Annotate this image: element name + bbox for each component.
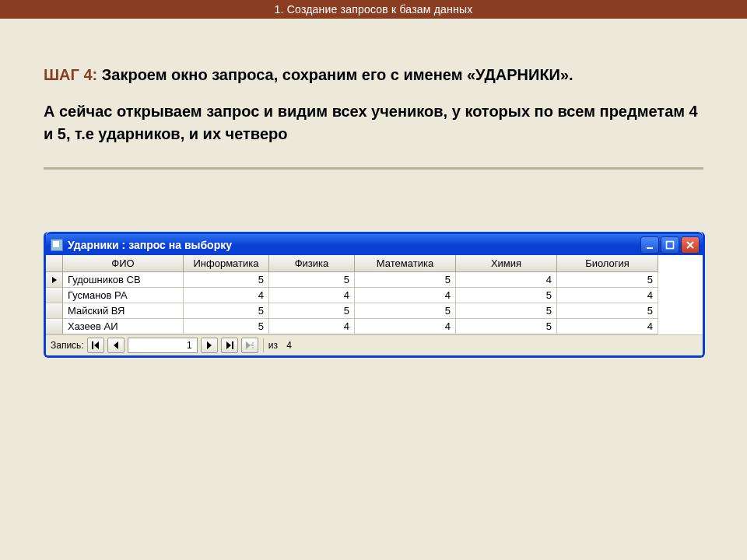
divider <box>44 167 703 170</box>
slide-content: ШАГ 4: Закроем окно запроса, сохраним ег… <box>0 19 747 358</box>
svg-marker-7 <box>226 341 231 349</box>
window-icon <box>51 239 63 251</box>
row-selector[interactable] <box>46 303 63 319</box>
nav-separator <box>263 338 264 352</box>
svg-text:*: * <box>251 342 254 349</box>
column-header[interactable]: Математика <box>355 255 456 272</box>
section-header: 1. Создание запросов к базам данных <box>0 0 747 19</box>
table-cell[interactable]: 4 <box>557 288 658 303</box>
record-total: 4 <box>286 340 292 351</box>
close-button[interactable] <box>681 236 700 254</box>
table-cell[interactable]: 5 <box>557 303 658 319</box>
window-title: Ударники : запрос на выборку <box>68 239 640 251</box>
data-grid[interactable]: ФИОИнформатикаФизикаМатематикаХимияБиоло… <box>46 255 703 334</box>
section-title: 1. Создание запросов к базам данных <box>275 3 473 16</box>
column-header[interactable]: Информатика <box>184 255 269 272</box>
row-selector[interactable] <box>46 272 63 288</box>
svg-marker-5 <box>114 341 118 349</box>
table-cell[interactable]: 5 <box>269 272 355 288</box>
step-label: ШАГ 4: <box>44 66 97 83</box>
table-cell[interactable]: Гудошников СВ <box>63 272 184 288</box>
table-cell[interactable]: 5 <box>269 303 355 319</box>
svg-marker-6 <box>207 341 212 349</box>
record-label: Запись: <box>51 340 84 351</box>
window-title-bar[interactable]: Ударники : запрос на выборку <box>46 232 703 255</box>
table-cell[interactable]: 5 <box>184 319 269 334</box>
table-cell[interactable]: 5 <box>184 272 269 288</box>
table-cell[interactable]: 5 <box>557 272 658 288</box>
column-header[interactable]: Физика <box>269 255 355 272</box>
table-cell[interactable]: 4 <box>269 288 355 303</box>
table-cell[interactable]: 5 <box>355 272 456 288</box>
svg-marker-2 <box>52 277 57 283</box>
svg-rect-0 <box>647 247 653 249</box>
table-cell[interactable]: 4 <box>557 319 658 334</box>
table-cell[interactable]: 4 <box>184 288 269 303</box>
grid-corner <box>46 255 63 272</box>
access-window: Ударники : запрос на выборку ФИОИнформат… <box>44 232 705 358</box>
column-header[interactable]: ФИО <box>63 255 184 272</box>
svg-rect-8 <box>232 341 233 349</box>
table-cell[interactable]: 5 <box>355 303 456 319</box>
nav-last-button[interactable] <box>221 338 238 353</box>
column-header[interactable]: Химия <box>456 255 557 272</box>
table-cell[interactable]: 5 <box>184 303 269 319</box>
table-cell[interactable]: 4 <box>269 319 355 334</box>
table-cell[interactable]: 4 <box>355 288 456 303</box>
table-cell[interactable]: Гусманов РА <box>63 288 184 303</box>
column-header[interactable]: Биология <box>557 255 658 272</box>
table-cell[interactable]: 4 <box>456 272 557 288</box>
step-paragraph: А сейчас открываем запрос и видим всех у… <box>44 100 703 145</box>
step-heading: ШАГ 4: Закроем окно запроса, сохраним ег… <box>44 64 703 86</box>
table-cell[interactable]: 5 <box>456 319 557 334</box>
record-navigator: Запись: * из 4 <box>46 334 703 355</box>
svg-rect-3 <box>92 341 93 349</box>
record-number-input[interactable] <box>128 338 198 353</box>
table-cell[interactable]: Майский ВЯ <box>63 303 184 319</box>
table-cell[interactable]: 5 <box>456 288 557 303</box>
svg-marker-4 <box>94 341 99 349</box>
nav-new-record-button[interactable]: * <box>241 338 258 353</box>
maximize-button[interactable] <box>661 236 679 254</box>
table-cell[interactable]: 4 <box>355 319 456 334</box>
step-title: Закроем окно запроса, сохраним его с име… <box>97 66 573 83</box>
svg-rect-1 <box>667 241 674 248</box>
row-selector[interactable] <box>46 319 63 334</box>
row-selector[interactable] <box>46 288 63 303</box>
nav-prev-button[interactable] <box>107 338 124 353</box>
nav-first-button[interactable] <box>87 338 104 353</box>
nav-next-button[interactable] <box>201 338 218 353</box>
table-cell[interactable]: 5 <box>456 303 557 319</box>
record-of-label: из <box>268 340 278 351</box>
minimize-button[interactable] <box>640 236 659 254</box>
table-cell[interactable]: Хазеев АИ <box>63 319 184 334</box>
